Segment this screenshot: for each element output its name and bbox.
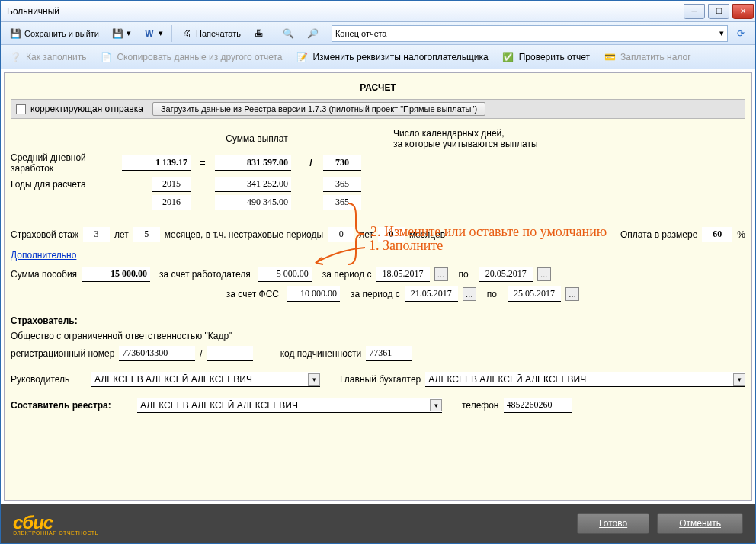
- avg-daily-value[interactable]: [122, 155, 191, 171]
- fss-sum[interactable]: [287, 286, 340, 302]
- print-gear-icon: 🖶: [253, 27, 265, 40]
- save-icon-button[interactable]: 💾▾: [106, 24, 136, 43]
- toolbar-actions: ❔ Как заполнить 📄 Скопировать данные из …: [1, 45, 755, 69]
- phone-field[interactable]: [504, 398, 572, 413]
- correction-checkbox[interactable]: [16, 104, 26, 114]
- check-icon: ✅: [502, 51, 514, 63]
- cancel-button[interactable]: Отменить: [657, 513, 743, 534]
- director-combo[interactable]: ▾: [91, 372, 320, 387]
- window-title: Больничный: [7, 6, 59, 17]
- insurer-label: Страхователь:: [11, 315, 78, 326]
- calendar-button[interactable]: …: [434, 267, 448, 281]
- stazh-years[interactable]: [83, 227, 110, 242]
- print-settings-button[interactable]: 🖶: [248, 24, 271, 43]
- correction-bar: корректирующая отправка Загрузить данные…: [11, 99, 745, 119]
- check-report-button[interactable]: ✅ Проверить отчет: [497, 47, 595, 67]
- footer-bar: сбис ЭЛЕКТРОННАЯ ОТЧЕТНОСТЬ Готово Отмен…: [1, 504, 755, 543]
- zoom-out-button[interactable]: 🔎: [302, 24, 325, 43]
- sum1[interactable]: [215, 177, 291, 192]
- ready-button[interactable]: Готово: [577, 513, 649, 534]
- word-icon: W: [143, 27, 155, 40]
- emp-date-from[interactable]: [376, 267, 430, 282]
- total-days[interactable]: [323, 155, 361, 171]
- pay-percent[interactable]: [702, 227, 732, 242]
- copy-icon: 📄: [100, 51, 112, 63]
- zoom-in-button[interactable]: 🔍: [277, 24, 300, 43]
- refresh-button[interactable]: ⟳: [729, 24, 752, 43]
- employer-sum[interactable]: [258, 267, 312, 282]
- header-sum: Сумма выплат: [215, 133, 299, 144]
- sub-code[interactable]: [366, 346, 412, 361]
- pay-tax-button[interactable]: 💳 Заплатить налог: [598, 47, 697, 67]
- save-exit-icon: 💾: [9, 27, 21, 40]
- save-exit-button[interactable]: 💾 Сохранить и выйти: [4, 24, 104, 43]
- help-icon: ❔: [9, 51, 21, 63]
- main-panel: РАСЧЕТ корректирующая отправка Загрузить…: [4, 72, 752, 501]
- word-button[interactable]: W▾: [138, 24, 168, 43]
- panel-title: РАСЧЕТ: [11, 79, 745, 99]
- load-registry-button[interactable]: Загрузить данные из Реестра версии 1.7.3…: [152, 102, 485, 116]
- compiler-combo[interactable]: ▾: [137, 398, 442, 413]
- section-combo[interactable]: Конец отчета ▾: [332, 25, 728, 42]
- sum2[interactable]: [215, 195, 291, 210]
- stazh-label: Страховой стаж: [11, 229, 78, 240]
- chevron-down-icon[interactable]: ▾: [733, 373, 745, 386]
- nonins-months[interactable]: [378, 227, 405, 242]
- header-days: Число календарных дней, за которые учиты…: [393, 128, 745, 149]
- total-sum[interactable]: [215, 155, 291, 171]
- stazh-months[interactable]: [133, 227, 160, 242]
- close-button[interactable]: ✕: [732, 4, 754, 19]
- maximize-button[interactable]: ☐: [708, 4, 729, 19]
- reg-num[interactable]: [119, 346, 195, 361]
- sum-benefit-label: Сумма пособия: [11, 269, 77, 280]
- emp-date-to[interactable]: [479, 267, 533, 282]
- calendar-button[interactable]: …: [565, 287, 579, 301]
- correction-checkbox-label[interactable]: корректирующая отправка: [16, 104, 143, 114]
- pay-icon: 💳: [604, 51, 616, 63]
- additional-link[interactable]: Дополнительно: [11, 250, 76, 261]
- zoom-out-icon: 🔎: [307, 27, 319, 40]
- toolbar-main: 💾 Сохранить и выйти 💾▾ W▾ 🖨 Напечатать 🖶…: [1, 22, 755, 45]
- how-fill-button[interactable]: ❔ Как заполнить: [4, 47, 91, 67]
- chevron-down-icon[interactable]: ▾: [308, 373, 320, 386]
- refresh-icon: ⟳: [735, 27, 747, 40]
- org-name: Общество с ограниченной ответственностью…: [11, 331, 232, 341]
- logo: сбис ЭЛЕКТРОННАЯ ОТЧЕТНОСТЬ: [13, 512, 99, 536]
- days1[interactable]: [323, 177, 361, 192]
- print-icon: 🖨: [181, 27, 193, 40]
- calendar-button[interactable]: …: [463, 287, 476, 301]
- fss-date-from[interactable]: [405, 286, 458, 302]
- years-label: Годы для расчета: [11, 179, 117, 190]
- sum-benefit[interactable]: [82, 267, 150, 282]
- calendar-button[interactable]: …: [537, 267, 551, 281]
- print-button[interactable]: 🖨 Напечатать: [175, 24, 246, 43]
- title-bar: Больничный ─ ☐ ✕: [1, 1, 755, 22]
- chevron-down-icon[interactable]: ▾: [430, 399, 442, 411]
- minimize-button[interactable]: ─: [684, 4, 705, 19]
- edit-icon: 📝: [296, 51, 308, 63]
- copy-data-button[interactable]: 📄 Скопировать данные из другого отчета: [94, 47, 287, 67]
- fss-date-to[interactable]: [508, 286, 561, 302]
- edit-requisites-button[interactable]: 📝 Изменить реквизиты налогоплательщика: [290, 47, 493, 67]
- zoom-in-icon: 🔍: [283, 27, 295, 40]
- disk-icon: 💾: [111, 27, 123, 40]
- year2[interactable]: [152, 195, 191, 210]
- reg-num-suffix[interactable]: [207, 346, 253, 361]
- pay-size-label: Оплата в размере: [620, 229, 697, 240]
- year1[interactable]: [152, 177, 191, 192]
- accountant-combo[interactable]: ▾: [425, 372, 745, 387]
- avg-daily-label: Средний дневной заработок: [11, 152, 117, 174]
- chevron-down-icon: ▾: [719, 28, 724, 38]
